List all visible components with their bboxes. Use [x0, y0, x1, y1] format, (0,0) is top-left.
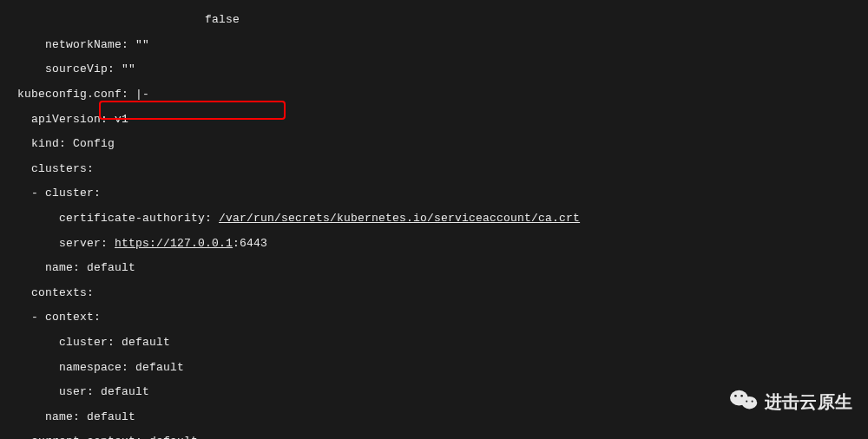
output-line: false [3, 14, 861, 26]
watermark: 进击云原生 [730, 389, 852, 415]
output-line: - cluster: [3, 187, 861, 200]
output-line: kubeconfig.conf: |- [3, 88, 861, 101]
svg-point-4 [746, 400, 747, 402]
output-line: apiVersion: v1 [3, 114, 861, 126]
output-line: - context: [3, 311, 861, 324]
output-line: server: https://127.0.0.1:6443 [3, 238, 861, 250]
output-line: clusters: [3, 163, 861, 175]
output-line: certificate-authority: /var/run/secrets/… [3, 213, 861, 225]
output-line: namespace: default [3, 362, 861, 374]
output-line: name: default [3, 262, 861, 274]
output-line: sourceVip: "" [3, 63, 861, 75]
output-line: networkName: "" [3, 39, 861, 51]
svg-point-2 [734, 395, 737, 397]
output-line: contexts: [3, 287, 861, 299]
wechat-icon [730, 389, 758, 415]
svg-point-1 [742, 396, 758, 409]
cert-path-link: /var/run/secrets/kubernetes.io/serviceac… [219, 212, 580, 225]
svg-point-5 [752, 400, 753, 402]
output-line: current-context: default [3, 436, 861, 439]
svg-point-3 [740, 395, 743, 397]
output-line: kind: Config [3, 138, 861, 150]
output-line: cluster: default [3, 337, 861, 349]
watermark-text: 进击云原生 [765, 392, 852, 411]
server-url-link: https://127.0.0.1 [115, 237, 233, 250]
terminal-output[interactable]: false networkName: "" sourceVip: "" kube… [0, 0, 868, 439]
